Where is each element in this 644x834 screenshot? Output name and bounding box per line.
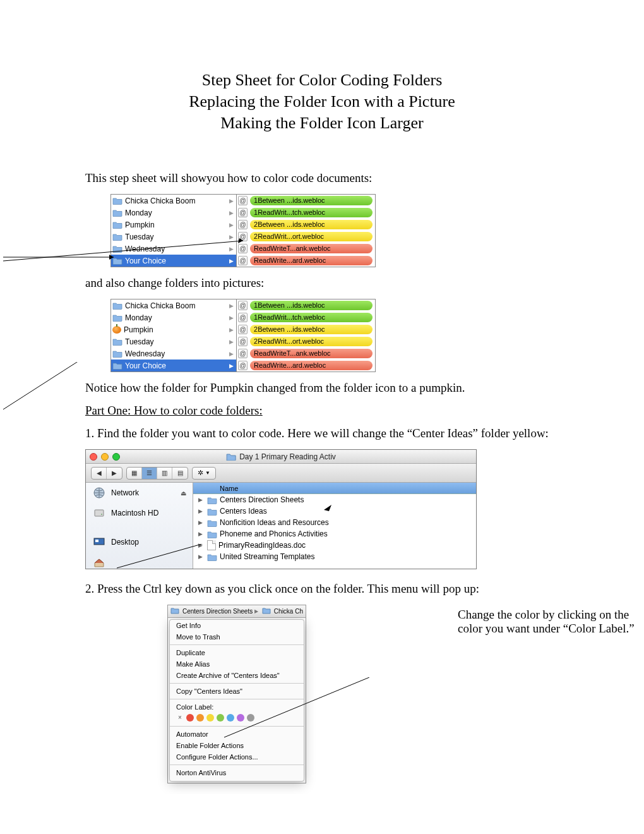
- file-label: ReadWrite...ard.webloc: [250, 256, 373, 265]
- menu-item[interactable]: Enable Folder Actions: [170, 740, 304, 751]
- folder-label: Tuesday: [125, 233, 154, 241]
- folder-row[interactable]: Pumpkin▶: [111, 219, 236, 231]
- back-forward-buttons[interactable]: ◀ ▶: [91, 467, 122, 480]
- folder-icon: [112, 233, 122, 241]
- list-view-button[interactable]: ☰: [142, 468, 157, 479]
- column-view-button[interactable]: ▥: [157, 468, 172, 479]
- disclosure-triangle[interactable]: ▶: [198, 542, 205, 548]
- folder-row[interactable]: Tuesday▶: [111, 335, 236, 348]
- webloc-icon: @: [238, 325, 247, 334]
- file-row[interactable]: ▶PrimaryReadingIdeas.doc: [193, 540, 476, 551]
- folder-row[interactable]: Wednesday▶: [111, 348, 236, 360]
- file-row[interactable]: @1Between ...ids.webloc: [237, 299, 375, 311]
- menu-item[interactable]: Get Info: [170, 620, 304, 631]
- disclosure-triangle[interactable]: ▶: [198, 553, 205, 560]
- sidebar: Network ⏏ Macintosh HD Desktop: [86, 483, 193, 569]
- sidebar-item-desktop[interactable]: Desktop: [86, 532, 193, 552]
- step-2-text: 2. Press the Ctrl key down as you click …: [85, 582, 559, 596]
- action-menu-button[interactable]: ✲ ▼: [192, 467, 216, 480]
- clear-label-button[interactable]: ×: [176, 714, 184, 722]
- color-label-swatches: ×: [170, 713, 304, 724]
- header-folder-label: Centers Direction Sheets: [182, 608, 253, 615]
- forward-button[interactable]: ▶: [107, 468, 122, 479]
- folder-row[interactable]: Your Choice▶: [111, 360, 236, 372]
- folder-row[interactable]: ▶United Streaming Templates: [193, 551, 476, 562]
- menu-item[interactable]: Duplicate: [170, 647, 304, 658]
- file-row[interactable]: @ReadWriteT...ank.webloc: [237, 348, 375, 360]
- color-swatch[interactable]: [247, 714, 254, 722]
- color-swatch[interactable]: [217, 714, 224, 722]
- icon-view-button[interactable]: ▦: [127, 468, 142, 479]
- file-row[interactable]: @2Between ...ids.webloc: [237, 323, 375, 335]
- folder-row[interactable]: ▶Nonficition Ideas and Resources: [193, 517, 476, 528]
- file-label: 1ReadWrit...tch.webloc: [250, 208, 373, 217]
- pumpkin-icon: [112, 326, 121, 334]
- sidebar-item-macintosh-hd[interactable]: Macintosh HD: [86, 503, 193, 523]
- sidebar-item-network[interactable]: Network ⏏: [86, 483, 193, 503]
- folder-icon: [207, 496, 217, 504]
- menu-item[interactable]: Create Archive of "Centers Ideas": [170, 670, 304, 681]
- finder-window: Day 1 Primary Reading Activ ◀ ▶ ▦ ☰ ▥ ▤ …: [85, 449, 477, 569]
- coverflow-view-button[interactable]: ▤: [172, 468, 188, 479]
- item-label: Centers Direction Sheets: [220, 495, 304, 504]
- column-header-name[interactable]: Name: [193, 483, 476, 494]
- file-row[interactable]: @2ReadWrit...ort.webloc: [237, 231, 375, 243]
- folder-row[interactable]: Monday▶: [111, 207, 236, 219]
- menu-item[interactable]: Norton AntiVirus: [170, 767, 304, 778]
- folder-row[interactable]: Wednesday▶: [111, 243, 236, 255]
- color-swatch[interactable]: [186, 714, 194, 722]
- file-label: 1Between ...ids.webloc: [250, 301, 373, 310]
- color-swatch[interactable]: [237, 714, 244, 722]
- back-button[interactable]: ◀: [92, 468, 107, 479]
- folder-icon: [112, 221, 122, 229]
- folder-row[interactable]: Chicka Chicka Boom▶: [111, 299, 236, 311]
- disclosure-triangle[interactable]: ▶: [198, 497, 205, 503]
- folder-icon: [226, 452, 236, 461]
- window-title: Day 1 Primary Reading Activ: [239, 452, 336, 461]
- chevron-right-icon: ▶: [229, 222, 234, 228]
- menu-item[interactable]: Automator: [170, 728, 304, 740]
- file-row[interactable]: @2ReadWrit...ort.webloc: [237, 335, 375, 348]
- disclosure-triangle[interactable]: ▶: [198, 519, 205, 526]
- folder-row[interactable]: ▶Centers Direction Sheets: [193, 494, 476, 505]
- folder-row[interactable]: Your Choice▶: [111, 255, 236, 267]
- file-row[interactable]: @ReadWrite...ard.webloc: [237, 255, 375, 267]
- eject-icon[interactable]: ⏏: [181, 490, 186, 497]
- sidebar-item-home[interactable]: [86, 552, 193, 572]
- file-row[interactable]: @1ReadWrit...tch.webloc: [237, 311, 375, 323]
- folder-row[interactable]: Pumpkin▶: [111, 323, 236, 335]
- folder-row[interactable]: Tuesday▶: [111, 231, 236, 243]
- menu-item[interactable]: Move to Trash: [170, 631, 304, 643]
- file-row[interactable]: @1Between ...ids.webloc: [237, 195, 375, 207]
- menu-item[interactable]: Configure Folder Actions...: [170, 751, 304, 763]
- minimize-button[interactable]: [101, 453, 109, 461]
- webloc-icon: @: [238, 256, 247, 265]
- file-row[interactable]: @ReadWrite...ard.webloc: [237, 360, 375, 372]
- close-button[interactable]: [90, 453, 97, 461]
- file-row[interactable]: @1ReadWrit...tch.webloc: [237, 207, 375, 219]
- color-swatch[interactable]: [196, 714, 204, 722]
- folder-icon: [112, 196, 122, 205]
- file-row[interactable]: @ReadWriteT...ank.webloc: [237, 243, 375, 255]
- file-label: ReadWriteT...ank.webloc: [250, 349, 373, 358]
- item-label: Phoneme and Phonics Activities: [220, 529, 328, 538]
- folder-icon: [207, 553, 217, 561]
- menu-item[interactable]: Copy "Centers Ideas": [170, 686, 304, 697]
- folder-row[interactable]: Chicka Chicka Boom▶: [111, 195, 236, 207]
- view-mode-buttons[interactable]: ▦ ☰ ▥ ▤: [126, 467, 188, 480]
- disclosure-triangle[interactable]: ▶: [198, 531, 205, 537]
- menu-item[interactable]: Make Alias: [170, 658, 304, 670]
- chevron-right-icon: ▶: [229, 363, 234, 369]
- color-swatch[interactable]: [206, 714, 214, 722]
- intro-paragraph-1: This step sheet will showyou how to colo…: [85, 171, 559, 185]
- zoom-button[interactable]: [112, 453, 120, 461]
- folder-icon: [170, 607, 181, 615]
- folder-row[interactable]: Monday▶: [111, 311, 236, 323]
- color-swatch[interactable]: [227, 714, 234, 722]
- chevron-right-icon: ▶: [229, 210, 234, 216]
- file-row[interactable]: @2Between ...ids.webloc: [237, 219, 375, 231]
- file-label: 2Between ...ids.webloc: [250, 220, 373, 229]
- folder-row[interactable]: ▶Centers Ideas: [193, 505, 476, 517]
- disclosure-triangle[interactable]: ▶: [198, 508, 205, 514]
- folder-row[interactable]: ▶Phoneme and Phonics Activities: [193, 528, 476, 540]
